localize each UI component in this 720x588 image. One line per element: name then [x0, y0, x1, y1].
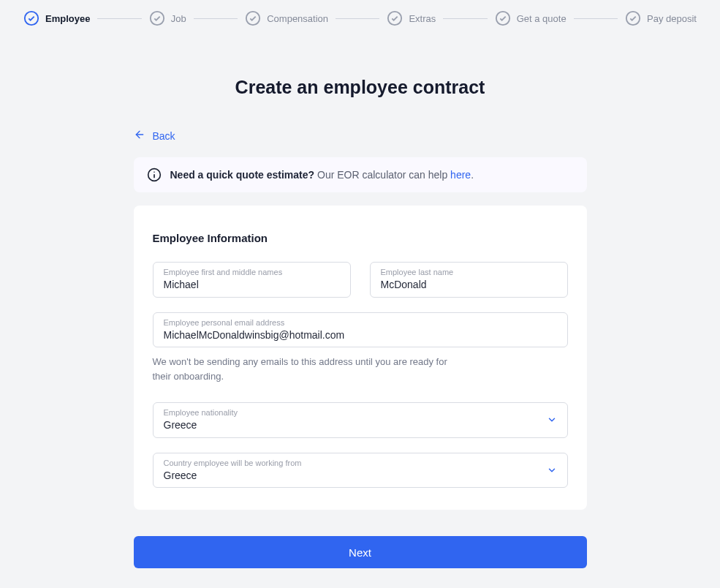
step-get-quote[interactable]: Get a quote — [495, 10, 566, 26]
svg-point-0 — [25, 12, 38, 25]
svg-point-1 — [151, 12, 164, 25]
field-value: McDonald — [381, 278, 557, 293]
last-name-field[interactable]: Employee last name McDonald — [370, 262, 568, 298]
field-value: Greece — [164, 469, 557, 483]
step-pay-deposit[interactable]: Pay deposit — [625, 10, 697, 26]
email-field[interactable]: Employee personal email address MichaelM… — [153, 312, 568, 348]
employee-info-card: Employee Information Employee first and … — [134, 206, 587, 510]
step-label: Employee — [45, 13, 90, 24]
check-circle-icon — [495, 10, 511, 26]
page-title: Create an employee contract — [235, 77, 485, 98]
field-value: Greece — [164, 418, 557, 433]
first-name-field[interactable]: Employee first and middle names Michael — [153, 262, 351, 298]
stepper: Employee Job Compensation Extras — [0, 0, 720, 37]
step-divider — [194, 18, 238, 19]
check-circle-icon — [387, 10, 403, 26]
step-label: Job — [171, 13, 186, 24]
info-icon — [147, 167, 162, 182]
svg-point-2 — [246, 12, 259, 25]
email-helper-text: We won't be sending any emails to this a… — [153, 355, 460, 383]
field-label: Employee first and middle names — [164, 268, 340, 276]
step-label: Extras — [409, 13, 436, 24]
quote-estimate-banner: Need a quick quote estimate? Our EOR cal… — [134, 157, 587, 192]
field-value: Michael — [164, 278, 340, 293]
step-divider — [574, 18, 618, 19]
step-divider — [97, 18, 141, 19]
step-label: Pay deposit — [647, 13, 697, 24]
check-circle-icon — [23, 10, 39, 26]
field-label: Employee last name — [381, 268, 557, 276]
step-employee[interactable]: Employee — [23, 10, 90, 26]
svg-point-9 — [154, 171, 155, 173]
next-button[interactable]: Next — [134, 536, 587, 568]
svg-point-3 — [388, 12, 401, 25]
work-country-select[interactable]: Country employee will be working from Gr… — [153, 453, 568, 489]
step-label: Get a quote — [517, 13, 566, 24]
step-compensation[interactable]: Compensation — [245, 10, 328, 26]
chevron-down-icon — [547, 415, 557, 425]
step-job[interactable]: Job — [149, 10, 186, 26]
field-label: Employee nationality — [164, 408, 557, 417]
field-label: Employee personal email address — [164, 318, 557, 327]
chevron-down-icon — [547, 465, 557, 475]
section-heading: Employee Information — [153, 232, 568, 244]
step-extras[interactable]: Extras — [387, 10, 436, 26]
check-circle-icon — [625, 10, 641, 26]
back-label: Back — [153, 130, 175, 142]
field-value: MichaelMcDonaldwinsbig@hotmail.com — [164, 328, 557, 343]
nationality-select[interactable]: Employee nationality Greece — [153, 402, 568, 438]
step-label: Compensation — [267, 13, 328, 24]
svg-point-5 — [626, 12, 640, 25]
banner-strong: Need a quick quote estimate? — [170, 169, 315, 181]
back-link[interactable]: Back — [134, 129, 175, 143]
check-circle-icon — [149, 10, 165, 26]
step-divider — [336, 18, 379, 19]
arrow-left-icon — [134, 129, 145, 143]
banner-text: Need a quick quote estimate? Our EOR cal… — [170, 169, 474, 181]
svg-point-4 — [496, 12, 509, 25]
banner-here-link[interactable]: here — [450, 169, 471, 181]
field-label: Country employee will be working from — [164, 459, 557, 467]
step-divider — [443, 18, 487, 19]
check-circle-icon — [245, 10, 261, 26]
